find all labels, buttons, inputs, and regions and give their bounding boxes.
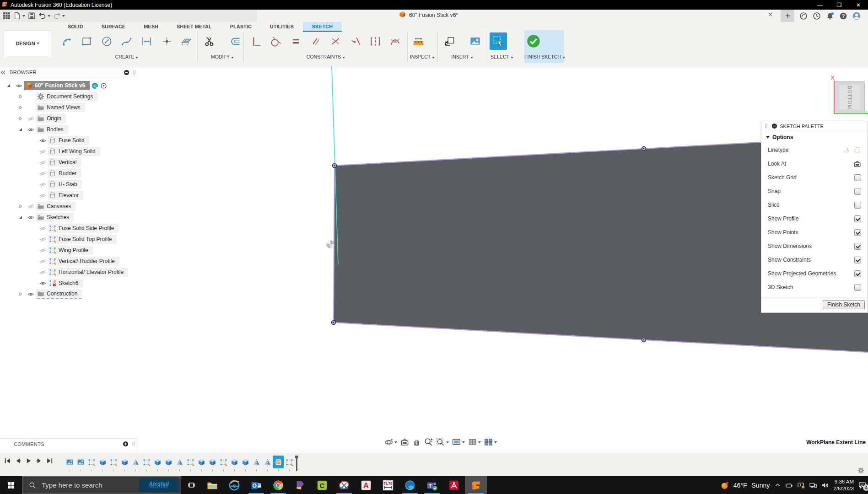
group-label-inspect[interactable]: INSPECT [409,54,436,59]
slice-checkbox[interactable] [854,202,861,209]
extensions-icon[interactable] [799,12,808,20]
close-button[interactable]: ✕ [849,0,868,10]
curvature-tool[interactable] [387,33,404,49]
perpendicular-tool[interactable] [328,33,344,49]
symmetry-tool[interactable] [367,33,384,49]
horizontal-vertical-tool[interactable] [248,33,264,49]
app-grid-button[interactable] [3,12,11,20]
select-tool[interactable] [490,32,507,50]
insert-derive-tool[interactable] [441,33,458,49]
browser-item-h-stab[interactable]: H- Stab [0,179,138,190]
timeline-feature-extrude[interactable] [207,456,218,468]
browser-item-rudder[interactable]: Rudder [0,168,138,179]
tab-sheet-metal[interactable]: SHEET METAL [167,22,221,31]
equal-tool[interactable] [288,33,304,49]
timeline-feature-sketch-active[interactable] [273,456,284,468]
eye-off-icon[interactable] [39,258,46,265]
exp-closed-icon[interactable] [18,94,23,99]
show-dimensions-checkbox[interactable] [854,243,861,250]
network-icon[interactable] [809,482,817,489]
start-button[interactable] [0,476,22,494]
group-label-constraints[interactable]: CONSTRAINTS [247,54,404,59]
grid-settings-button[interactable] [468,438,481,446]
browser-item-named-views[interactable]: Named Views [0,102,138,113]
tab-utilities[interactable]: UTILITIES [261,22,303,31]
taskbar-app-edge[interactable] [399,476,421,494]
show-projected-geometries-checkbox[interactable] [854,270,861,277]
spline-tool[interactable] [119,33,135,49]
browser-item-fuse-solid-side-profile[interactable]: Fuse Solid Side Profile [0,223,138,234]
tab-mesh[interactable]: MESH [135,22,167,31]
browser-item-construction[interactable]: Construction [0,289,138,300]
taskbar-clock[interactable]: 9:36 AM2/6/2023 [833,478,854,492]
weather-icon[interactable] [721,481,729,489]
weather-condition[interactable]: Sunny [752,482,770,489]
plus-icon[interactable] [784,12,791,19]
show-profile-checkbox[interactable] [854,215,861,222]
target-icon[interactable] [100,82,107,89]
document-tab-close-icon[interactable] [767,11,774,18]
timeline-feature-mirror[interactable] [174,456,185,468]
exp-closed-icon[interactable] [18,116,23,121]
timeline-feature-mirror[interactable] [262,456,273,468]
group-label-insert[interactable]: INSERT [440,54,484,59]
browser-item-vertical-rudder-profile[interactable]: Vertical/ Rudder Profile [0,256,138,267]
show-hidden-icons[interactable] [774,482,781,489]
eye-on-icon[interactable] [16,82,22,89]
eye-on-icon[interactable] [27,126,34,133]
timeline-settings-button[interactable] [857,467,864,474]
timeline-feature-sketch[interactable] [218,456,229,468]
go-to-end-icon[interactable] [46,457,54,465]
view-cube-face[interactable]: BOTTOM [835,81,865,113]
notification-center[interactable]: 4 [858,481,866,489]
notifications-icon[interactable] [826,12,834,20]
timeline-feature-sketch[interactable] [141,456,152,468]
lookat-icon[interactable] [853,160,861,168]
tab-surface[interactable]: SURFACE [92,22,135,31]
browser-item-document-settings[interactable]: Document Settings [0,91,138,102]
group-label-create[interactable]: CREATE [58,54,196,59]
circle-tool[interactable] [98,33,115,49]
browser-item-sketches[interactable]: Sketches [0,212,138,223]
exp-closed-icon[interactable] [18,105,23,110]
timeline-feature-canvas[interactable] [64,456,75,468]
look-at-button[interactable] [400,438,409,446]
pan-button[interactable] [412,438,421,446]
step-back-icon[interactable] [14,457,22,465]
finish-sketch-tool[interactable] [525,33,542,49]
step-forward-icon[interactable] [35,457,43,465]
timeline-feature-mirror[interactable] [251,456,262,468]
browser-item-bodies[interactable]: Bodies [0,124,138,135]
browser-item-elevator[interactable]: Elevator [0,190,138,201]
save-button[interactable] [28,12,36,20]
taskbar-app-outlook[interactable]: O [245,476,267,494]
eye-on-icon[interactable] [27,291,34,298]
snap-checkbox[interactable] [854,188,861,195]
taskbar-app-fusion-360[interactable] [465,476,487,494]
taskbar-search[interactable]: Type here to search Amsted INDUSTRIES [22,476,181,494]
measure-tool[interactable] [410,33,426,49]
browser-item-canvases[interactable]: Canvases [0,201,138,212]
eye-on-icon[interactable] [39,280,46,287]
new-tab-button[interactable] [781,10,794,22]
grip-icon[interactable] [130,441,136,447]
view-cube[interactable]: X Y BOTTOM [824,69,868,123]
redo-button[interactable] [53,12,65,20]
exp-open-icon[interactable] [18,127,23,132]
timeline-feature-sketch[interactable] [185,456,196,468]
taskbar-app-autocad[interactable]: A [355,476,377,494]
3d-sketch-checkbox[interactable] [854,284,861,291]
browser-item-origin[interactable]: Origin [0,113,138,124]
linetype-a-icon[interactable] [843,146,850,154]
point-tool[interactable] [158,33,175,49]
group-label-select[interactable]: SELECT [489,54,515,59]
eye-off-icon[interactable] [39,192,46,199]
browser-item-wing-profile[interactable]: Wing Profile [0,245,138,256]
profile-icon[interactable] [852,12,861,20]
task-view-button[interactable] [181,476,201,494]
browser-item-left-wing-solid[interactable]: Left Wing Solid [0,146,138,157]
help-icon[interactable]: ? [839,12,847,20]
eye-off-icon[interactable] [27,203,34,210]
battery-icon[interactable] [786,482,793,489]
parallel-tool[interactable] [307,33,324,49]
